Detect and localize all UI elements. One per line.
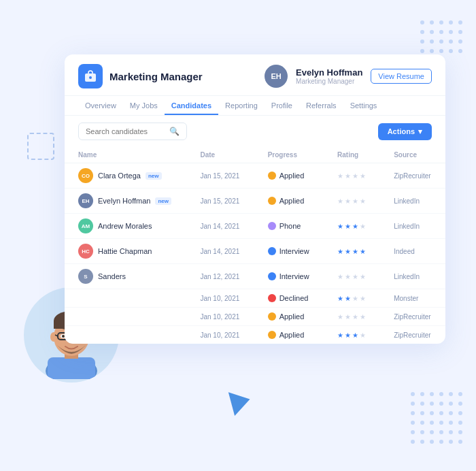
svg-point-6 [50, 332, 57, 342]
cell-name: SSanders [65, 264, 186, 289]
progress-dot [268, 197, 276, 205]
cell-progress: Declined [254, 289, 324, 308]
col-header-rating: Rating [324, 147, 380, 163]
cell-progress: Applied [254, 308, 324, 326]
cell-name: COClara Orteganew [65, 163, 186, 189]
progress-label: Applied [279, 197, 305, 205]
nav-bar: Overview My Jobs Candidates Reporting Pr… [65, 96, 445, 116]
cell-name [65, 326, 186, 344]
star-icon: ★ [345, 197, 351, 205]
mini-avatar: EH [78, 193, 93, 208]
decorative-dots-top-right [420, 20, 462, 53]
progress-label: Applied [279, 331, 305, 339]
header-right: EH Evelyn Hoffman Marketing Manager View… [265, 65, 432, 88]
actions-button[interactable]: Actions ▾ [378, 123, 432, 140]
nav-item-reporting[interactable]: Reporting [218, 96, 265, 115]
nav-item-referrals[interactable]: Referrals [299, 96, 343, 115]
table-row[interactable]: Jan 10, 2021Applied★★★★ZipRecruiter [65, 326, 445, 344]
cell-date: Jan 14, 2021 [186, 239, 254, 264]
progress-dot [268, 294, 276, 302]
decorative-square-outline-left [27, 133, 54, 160]
star-icon: ★ [345, 295, 351, 302]
star-icon: ★ [352, 295, 358, 302]
candidate-name: Andrew Morales [98, 222, 152, 230]
star-icon: ★ [337, 172, 343, 180]
cell-name: AMAndrew Morales [65, 214, 186, 239]
star-icon: ★ [352, 248, 358, 255]
progress-dot [268, 331, 276, 339]
progress-label: Phone [279, 222, 301, 230]
progress-dot [268, 222, 276, 230]
cell-rating: ★★★★ [324, 189, 380, 214]
cell-source: Monster [380, 289, 445, 308]
col-header-date: Date [186, 147, 254, 163]
star-icon: ★ [337, 313, 343, 321]
star-icon: ★ [345, 223, 351, 230]
nav-item-myjobs[interactable]: My Jobs [123, 96, 165, 115]
cell-date: Jan 10, 2021 [186, 308, 254, 326]
star-icon: ★ [337, 248, 343, 255]
cell-rating: ★★★★ [324, 163, 380, 189]
nav-item-settings[interactable]: Settings [343, 96, 384, 115]
decorative-dots-bottom-right [411, 392, 462, 444]
user-name: Evelyn Hoffman [296, 67, 362, 78]
progress-label: Applied [279, 312, 305, 321]
cell-rating: ★★★★ [324, 308, 380, 326]
candidate-name: Sanders [98, 272, 126, 280]
cell-date: Jan 12, 2021 [186, 264, 254, 289]
star-icon: ★ [360, 172, 366, 180]
cell-rating: ★★★★ [324, 264, 380, 289]
table-row[interactable]: SSandersJan 12, 2021Interview★★★★LinkedI… [65, 264, 445, 289]
star-icon: ★ [337, 223, 343, 230]
new-badge: new [146, 172, 162, 180]
star-icon: ★ [360, 313, 366, 321]
new-badge: new [155, 197, 171, 205]
table-row[interactable]: AMAndrew MoralesJan 14, 2021Phone★★★★Lin… [65, 214, 445, 239]
star-icon: ★ [352, 197, 358, 205]
cell-source: LinkedIn [380, 264, 445, 289]
nav-item-profile[interactable]: Profile [265, 96, 299, 115]
progress-dot [268, 247, 276, 255]
user-subtitle: Marketing Manager [296, 78, 362, 85]
cell-name: HCHattie Chapman [65, 239, 186, 264]
cell-progress: Interview [254, 239, 324, 264]
progress-dot [268, 172, 276, 180]
star-icon: ★ [352, 313, 358, 321]
candidate-name: Hattie Chapman [98, 247, 152, 255]
actions-label: Actions [388, 127, 415, 135]
nav-item-overview[interactable]: Overview [78, 96, 123, 115]
cell-rating: ★★★★ [324, 326, 380, 344]
user-info: Evelyn Hoffman Marketing Manager [296, 67, 362, 85]
cell-rating: ★★★★ [324, 239, 380, 264]
nav-item-candidates[interactable]: Candidates [165, 96, 218, 115]
svg-rect-1 [48, 357, 95, 379]
cell-source: ZipRecruiter [380, 326, 445, 344]
star-icon: ★ [360, 248, 366, 255]
star-icon: ★ [337, 295, 343, 302]
table-row[interactable]: HCHattie ChapmanJan 14, 2021Interview★★★… [65, 239, 445, 264]
col-header-name: Name [65, 147, 186, 163]
table-row[interactable]: COClara OrteganewJan 15, 2021Applied★★★★… [65, 163, 445, 189]
star-icon: ★ [360, 223, 366, 230]
table-row[interactable]: EHEvelyn HoffmannewJan 15, 2021Applied★★… [65, 189, 445, 214]
cell-rating: ★★★★ [324, 214, 380, 239]
view-resume-button[interactable]: View Resume [371, 69, 432, 84]
progress-label: Declined [279, 294, 309, 302]
cell-progress: Applied [254, 326, 324, 344]
cell-date: Jan 15, 2021 [186, 189, 254, 214]
progress-dot [268, 312, 276, 321]
cell-rating: ★★★★ [324, 289, 380, 308]
table-row[interactable]: Jan 10, 2021Applied★★★★ZipRecruiter [65, 308, 445, 326]
cell-date: Jan 10, 2021 [186, 289, 254, 308]
candidate-name: Clara Ortega [98, 172, 141, 180]
star-icon: ★ [360, 197, 366, 205]
star-icon: ★ [352, 273, 358, 280]
table-row[interactable]: Jan 10, 2021Declined★★★★Monster [65, 289, 445, 308]
star-icon: ★ [352, 331, 358, 339]
job-title: Marketing Manager [109, 71, 203, 82]
search-input[interactable] [86, 127, 165, 135]
star-icon: ★ [345, 331, 351, 339]
search-box[interactable]: 🔍 [78, 123, 187, 140]
card-header: Marketing Manager EH Evelyn Hoffman Mark… [65, 54, 445, 96]
cell-name [65, 308, 186, 326]
